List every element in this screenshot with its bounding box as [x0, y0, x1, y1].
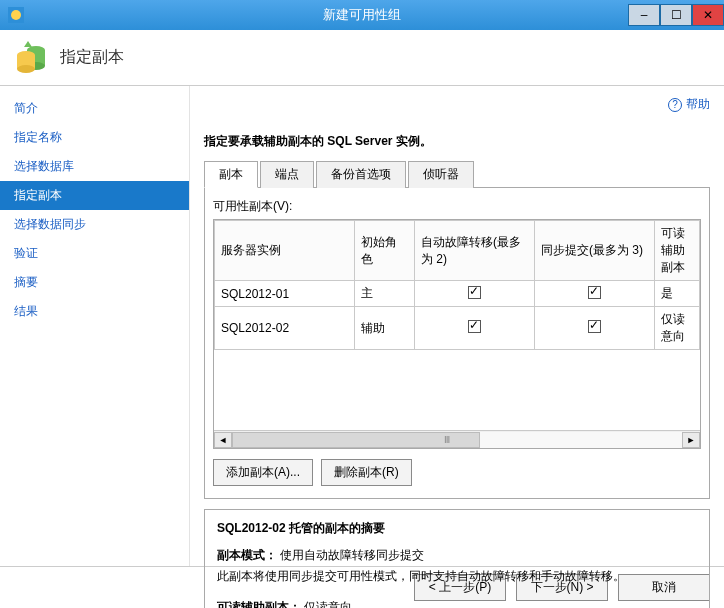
col-server[interactable]: 服务器实例: [215, 221, 355, 281]
tab-backup[interactable]: 备份首选项: [316, 161, 406, 188]
replica-panel: 可用性副本(V): 服务器实例 初始角色 自动故障转移(最多为 2) 同步提交(…: [204, 188, 710, 499]
replica-sublabel: 可用性副本(V):: [213, 198, 701, 215]
col-failover[interactable]: 自动故障转移(最多为 2): [415, 221, 535, 281]
sync-checkbox[interactable]: [588, 286, 601, 299]
svg-point-7: [17, 65, 35, 73]
failover-checkbox[interactable]: [468, 286, 481, 299]
close-button[interactable]: ✕: [692, 4, 724, 26]
grid-empty-area: [214, 350, 700, 430]
tab-replica[interactable]: 副本: [204, 161, 258, 188]
tab-endpoint[interactable]: 端点: [260, 161, 314, 188]
add-replica-button[interactable]: 添加副本(A)...: [213, 459, 313, 486]
table-row[interactable]: SQL2012-01 主 是: [215, 281, 700, 307]
nav-item-replica[interactable]: 指定副本: [0, 181, 189, 210]
col-sync[interactable]: 同步提交(最多为 3): [535, 221, 655, 281]
nav-item-intro[interactable]: 简介: [0, 94, 189, 123]
nav-item-sync[interactable]: 选择数据同步: [0, 210, 189, 239]
col-role[interactable]: 初始角色: [355, 221, 415, 281]
svg-point-1: [11, 10, 21, 20]
nav-item-database[interactable]: 选择数据库: [0, 152, 189, 181]
replica-grid: 服务器实例 初始角色 自动故障转移(最多为 2) 同步提交(最多为 3) 可读辅…: [213, 219, 701, 449]
help-link[interactable]: 帮助: [686, 97, 710, 111]
scroll-right-arrow[interactable]: ►: [682, 432, 700, 448]
wizard-nav: 简介 指定名称 选择数据库 指定副本 选择数据同步 验证 摘要 结果: [0, 86, 190, 566]
col-readable[interactable]: 可读辅助副本: [655, 221, 700, 281]
summary-mode-label: 副本模式：: [217, 548, 277, 562]
tab-listener[interactable]: 侦听器: [408, 161, 474, 188]
scroll-track[interactable]: Ⅲ: [232, 432, 682, 448]
summary-readable-value: 仅读意向: [304, 600, 352, 608]
nav-item-name[interactable]: 指定名称: [0, 123, 189, 152]
horizontal-scrollbar[interactable]: ◄ Ⅲ ►: [214, 430, 700, 448]
instruction-text: 指定要承载辅助副本的 SQL Server 实例。: [204, 133, 710, 150]
cell-server: SQL2012-02: [215, 307, 355, 350]
cell-role: 辅助: [355, 307, 415, 350]
cell-server: SQL2012-01: [215, 281, 355, 307]
page-header: 指定副本: [0, 30, 724, 86]
window-title: 新建可用性组: [0, 6, 724, 24]
replica-summary: SQL2012-02 托管的副本的摘要 副本模式： 使用自动故障转移同步提交 此…: [204, 509, 710, 608]
remove-replica-button[interactable]: 删除副本(R): [321, 459, 412, 486]
page-title: 指定副本: [60, 47, 124, 68]
summary-readable-label: 可读辅助副本：: [217, 600, 301, 608]
scroll-thumb[interactable]: [232, 432, 480, 448]
scroll-left-arrow[interactable]: ◄: [214, 432, 232, 448]
maximize-button[interactable]: ☐: [660, 4, 692, 26]
cell-readable[interactable]: 是: [655, 281, 700, 307]
cell-readable[interactable]: 仅读意向: [655, 307, 700, 350]
main-content: ?帮助 指定要承载辅助副本的 SQL Server 实例。 副本 端点 备份首选…: [190, 86, 724, 566]
titlebar: 新建可用性组 – ☐ ✕: [0, 0, 724, 30]
minimize-button[interactable]: –: [628, 4, 660, 26]
database-icon: [14, 41, 48, 75]
app-icon: [6, 5, 26, 25]
nav-item-validate[interactable]: 验证: [0, 239, 189, 268]
sync-checkbox[interactable]: [588, 320, 601, 333]
tab-bar: 副本 端点 备份首选项 侦听器: [204, 160, 710, 188]
help-icon: ?: [668, 98, 682, 112]
table-row[interactable]: SQL2012-02 辅助 仅读意向: [215, 307, 700, 350]
nav-item-summary[interactable]: 摘要: [0, 268, 189, 297]
nav-item-result[interactable]: 结果: [0, 297, 189, 326]
summary-title: SQL2012-02 托管的副本的摘要: [217, 520, 697, 537]
cell-role: 主: [355, 281, 415, 307]
failover-checkbox[interactable]: [468, 320, 481, 333]
summary-mchildren-desc: 此副本将使用同步提交可用性模式，同时支持自动故障转移和手动故障转移。: [217, 568, 697, 585]
summary-mode-value: 使用自动故障转移同步提交: [280, 548, 424, 562]
